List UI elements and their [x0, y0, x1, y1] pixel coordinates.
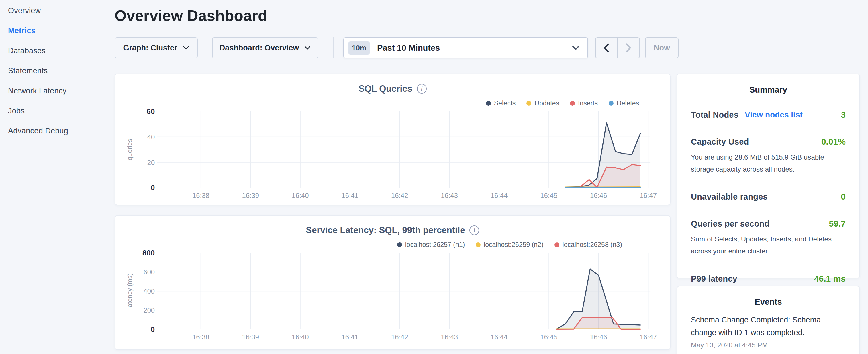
y-axis-tick-label: 600: [143, 268, 155, 276]
dashboard-label: Dashboard: Overview: [219, 43, 299, 53]
view-nodes-list-link[interactable]: View nodes list: [745, 110, 803, 120]
legend-item[interactable]: localhost:26257 (n1): [397, 241, 465, 249]
time-shift-buttons: [595, 37, 640, 58]
x-axis-tick-label: 16:42: [391, 333, 408, 341]
events-panel: Events Schema Change Completed: Schema c…: [677, 286, 860, 354]
chevron-down-icon: [304, 45, 311, 50]
event-timestamp: May 13, 2020 at 4:45 PM: [691, 341, 846, 349]
summary-row-value: 59.7: [829, 219, 846, 229]
sidebar-nav: Overview Metrics Databases Statements Ne…: [8, 1, 115, 141]
summary-row-label: Queries per second: [691, 219, 769, 229]
summary-row-queries-per-second: Queries per second 59.7: [691, 210, 846, 236]
legend-item[interactable]: Inserts: [570, 99, 598, 107]
x-axis-tick-label: 16:40: [292, 192, 309, 199]
time-range-label: Past 10 Minutes: [377, 43, 440, 53]
x-axis-tick-label: 16:38: [192, 333, 210, 341]
x-axis-tick-label: 16:47: [640, 192, 657, 199]
x-axis-tick-label: 16:45: [540, 192, 557, 199]
legend-label: Selects: [494, 99, 516, 107]
sql-queries-chart-card: 16:3816:3916:4016:4116:4216:4316:4416:45…: [115, 74, 671, 205]
summary-row-label: Unavailable ranges: [691, 192, 768, 202]
legend-dot-icon: [570, 101, 575, 106]
x-axis-tick-label: 16:45: [540, 333, 558, 341]
toolbar-divider: [333, 37, 334, 58]
y-axis-tick-label: 400: [143, 287, 155, 295]
legend-item[interactable]: localhost:26259 (n2): [476, 241, 543, 249]
summary-row-value: 3: [841, 110, 846, 120]
legend-label: localhost:26257 (n1): [405, 241, 465, 249]
y-axis-tick-label: 20: [147, 159, 155, 166]
page-title: Overview Dashboard: [115, 7, 267, 24]
summary-row-total-nodes: Total Nodes View nodes list 3: [691, 101, 846, 128]
summary-row-value: 46.1 ms: [814, 274, 846, 284]
y-axis-tick-label: 40: [147, 133, 155, 141]
event-list-item: Schema Change Completed: Schema change w…: [677, 307, 859, 349]
time-shift-forward-button[interactable]: [618, 38, 639, 58]
legend-label: Inserts: [578, 99, 598, 107]
x-axis-tick-label: 16:38: [192, 192, 210, 199]
legend-label: localhost:26259 (n2): [484, 241, 543, 249]
x-axis-tick-label: 16:43: [441, 333, 458, 341]
chevron-down-icon: [571, 45, 580, 51]
summary-row-value: 0.01%: [821, 137, 846, 147]
legend-dot-icon: [486, 101, 491, 106]
now-button[interactable]: Now: [645, 37, 679, 58]
legend-item[interactable]: Selects: [486, 99, 516, 107]
info-icon[interactable]: i: [417, 84, 427, 94]
legend-item[interactable]: localhost:26258 (n3): [555, 241, 622, 249]
legend-item[interactable]: Deletes: [609, 99, 639, 107]
x-axis-tick-label: 16:39: [242, 192, 259, 199]
y-axis-tick-label: 0: [151, 184, 155, 192]
sidebar-item-statements[interactable]: Statements: [8, 61, 115, 81]
legend-label: Deletes: [617, 99, 639, 107]
summary-row-unavailable-ranges: Unavailable ranges 0: [691, 183, 846, 210]
legend-item[interactable]: Updates: [526, 99, 559, 107]
x-axis-tick-label: 16:40: [292, 333, 309, 341]
chart-legend: SelectsUpdatesInsertsDeletes: [486, 99, 639, 107]
events-title: Events: [677, 286, 859, 307]
summary-row-label: Total Nodes: [691, 110, 739, 120]
legend-dot-icon: [476, 242, 480, 247]
x-axis-tick-label: 16:41: [342, 192, 359, 199]
chevron-down-icon: [183, 45, 189, 50]
legend-label: Updates: [534, 99, 559, 107]
y-axis-tick-label: 200: [143, 307, 155, 314]
legend-dot-icon: [609, 101, 614, 106]
summary-row-description: Sum of Selects, Updates, Inserts, and De…: [691, 233, 846, 265]
sidebar-item-network-latency[interactable]: Network Latency: [8, 81, 115, 101]
time-range-dropdown[interactable]: 10m Past 10 Minutes: [343, 37, 588, 58]
x-axis-tick-label: 16:46: [590, 333, 607, 341]
chart-title: SQL Queries: [359, 84, 412, 94]
summary-row-label: P99 latency: [691, 274, 737, 284]
sidebar-item-advanced-debug[interactable]: Advanced Debug: [8, 121, 115, 141]
time-shift-back-button[interactable]: [596, 38, 618, 58]
y-axis-tick-label: 800: [143, 249, 155, 257]
summary-panel: Summary Total Nodes View nodes list 3 Ca…: [677, 74, 860, 279]
legend-dot-icon: [526, 101, 531, 106]
info-icon[interactable]: i: [469, 225, 479, 235]
x-axis-tick-label: 16:39: [242, 333, 259, 341]
x-axis-tick-label: 16:44: [491, 333, 508, 341]
legend-dot-icon: [555, 242, 559, 247]
dashboard-dropdown[interactable]: Dashboard: Overview: [212, 37, 318, 58]
sidebar-item-jobs[interactable]: Jobs: [8, 101, 115, 121]
legend-dot-icon: [397, 242, 402, 247]
y-axis-title: queries: [126, 139, 133, 160]
summary-title: Summary: [677, 74, 859, 95]
summary-row-description: You are using 28.6 MiB of 515.9 GiB usab…: [691, 151, 846, 183]
x-axis-tick-label: 16:44: [491, 192, 508, 199]
x-axis-tick-label: 16:41: [342, 333, 359, 341]
y-axis-title: latency (ms): [126, 273, 133, 309]
chevron-left-icon: [602, 43, 610, 53]
sidebar-item-databases[interactable]: Databases: [8, 41, 115, 61]
y-axis-tick-label: 0: [151, 325, 155, 333]
summary-row-capacity-used: Capacity Used 0.01%: [691, 128, 846, 155]
sidebar-item-metrics[interactable]: Metrics: [8, 21, 115, 41]
summary-row-value: 0: [841, 192, 846, 202]
graph-scope-dropdown[interactable]: Graph: Cluster: [115, 37, 198, 58]
y-axis-tick-label: 60: [147, 107, 155, 116]
service-latency-chart-card: 16:3816:3916:4016:4116:4216:4316:4416:45…: [115, 215, 671, 350]
x-axis-tick-label: 16:42: [391, 192, 408, 199]
x-axis-tick-label: 16:43: [441, 192, 458, 199]
sidebar-item-overview[interactable]: Overview: [8, 1, 115, 21]
